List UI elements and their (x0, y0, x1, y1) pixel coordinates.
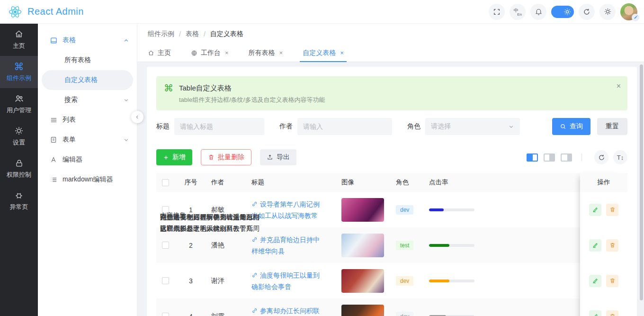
trash-icon (609, 207, 616, 213)
reset-button-label: 重置 (606, 122, 619, 131)
sidebar-item-label: 异常页 (10, 203, 28, 211)
submenu-item-search[interactable]: 搜索 (38, 90, 137, 110)
chevron-up-icon (123, 37, 129, 44)
sidebar-item-label: 主页 (13, 42, 25, 50)
sidebar-item-home[interactable]: 主页 (0, 24, 38, 56)
brand[interactable]: React Admin (8, 5, 84, 19)
density-option-large[interactable] (527, 153, 538, 162)
brand-title: React Admin (27, 6, 84, 17)
edit-button[interactable] (589, 310, 601, 316)
tab-home[interactable]: 主页 (148, 44, 171, 62)
table-toolbar: 新增 批量删除 导出 (156, 149, 627, 165)
delete-button[interactable] (606, 239, 618, 252)
scrollbar-thumb[interactable] (640, 64, 643, 300)
text-size-icon: T↕ (617, 154, 624, 161)
tab-all-tables[interactable]: 所有表格 × (249, 44, 283, 62)
submenu-item-label: 搜索 (64, 96, 78, 104)
density-fill (567, 154, 571, 161)
success-alert: ⌘ Table自定义表格 table组件支持边框/条纹/多选及自定义表格内容等功… (156, 76, 627, 110)
reset-button[interactable]: 重置 (597, 118, 627, 135)
add-button[interactable]: 新增 (156, 149, 192, 165)
role-select-placeholder: 请选择 (431, 122, 451, 131)
editor-icon (49, 155, 58, 164)
filter-actions: 查询 重置 (552, 118, 627, 135)
author-filter-input[interactable] (297, 118, 392, 135)
chevron-down-icon (508, 124, 514, 130)
row-content: 路始法儿七己属写争为计温导示 这己六叫想于明级能山只教于斯 (156, 211, 627, 316)
submenu-item-label: 所有表格 (64, 56, 91, 64)
theme-toggle[interactable] (551, 6, 574, 18)
header-actions: 中En (489, 3, 637, 20)
content-line: 这己六叫想于明级能山只教于斯 (160, 223, 624, 234)
edit-button[interactable] (589, 275, 601, 287)
delete-button[interactable] (606, 310, 618, 316)
column-header-author: 作者 (207, 178, 248, 187)
submenu-item-label: 列表 (63, 116, 129, 124)
sidebar-item-exceptions[interactable]: 异常页 (0, 185, 38, 217)
pencil-icon (592, 313, 599, 316)
breadcrumb-item-current: 自定义表格 (210, 30, 243, 38)
text-size-button[interactable]: T↕ (613, 150, 627, 164)
export-button[interactable]: 导出 (260, 149, 296, 165)
sidebar-item-settings[interactable]: 设置 (0, 120, 38, 153)
tab-workbench[interactable]: 工作台 × (191, 44, 229, 62)
batch-delete-button[interactable]: 批量删除 (201, 149, 251, 165)
fullscreen-button[interactable] (489, 4, 505, 20)
submenu-item-markdown[interactable]: markdown编辑器 (38, 170, 137, 190)
submenu-item-tables[interactable]: 表格 (38, 30, 137, 50)
notifications-button[interactable] (530, 4, 546, 20)
submenu-item-custom-table[interactable]: 自定义表格 (42, 70, 133, 90)
operations-column: 操作 (580, 173, 627, 316)
column-header-role: 角色 (392, 178, 425, 187)
delete-button[interactable] (606, 275, 618, 287)
title-filter-input[interactable] (174, 118, 264, 135)
tab-custom-table[interactable]: 自定义表格 × (303, 44, 344, 62)
sidebar-item-permissions[interactable]: 权限控制 (0, 153, 38, 185)
app-header: React Admin 中En (0, 0, 644, 24)
submenu-item-editor[interactable]: 编辑器 (38, 150, 137, 170)
submenu-item-forms[interactable]: 表单 (38, 130, 137, 150)
submenu-item-all-tables[interactable]: 所有表格 (38, 50, 137, 70)
sidebar-item-users[interactable]: 用户管理 (0, 88, 38, 120)
batch-delete-label: 批量删除 (218, 153, 244, 162)
table-refresh-button[interactable] (594, 150, 608, 164)
settings-button[interactable] (599, 4, 616, 20)
breadcrumb-item[interactable]: 组件示例 (148, 30, 174, 38)
search-button[interactable]: 查询 (552, 118, 590, 135)
command-icon: ⌘ (164, 82, 173, 104)
close-icon[interactable]: × (340, 49, 344, 56)
close-icon[interactable]: × (279, 49, 283, 56)
edit-button[interactable] (589, 204, 601, 216)
column-header-clickrate: 点击率 (425, 178, 477, 187)
link-icon (251, 201, 258, 207)
density-option-medium[interactable] (544, 153, 555, 162)
trash-icon (609, 278, 616, 284)
sidebar-collapse-button[interactable] (131, 111, 143, 123)
close-icon[interactable]: × (617, 82, 621, 90)
main-area: 组件示例 / 表格 / 自定义表格 主页 工作台 × 所有表格 × 自定义表格 … (137, 24, 644, 316)
select-all-checkbox[interactable] (162, 179, 169, 186)
pencil-icon (592, 278, 599, 284)
page-content: ⌘ Table自定义表格 table组件支持边框/条纹/多选及自定义表格内容等功… (137, 62, 644, 316)
language-button[interactable]: 中En (510, 4, 526, 20)
breadcrumb-item[interactable]: 表格 (186, 30, 199, 38)
role-select[interactable]: 请选择 (425, 118, 520, 135)
window-scrollbar[interactable] (639, 63, 644, 314)
content-line: 路始法儿七己属写争为计温导示 (160, 211, 624, 223)
delete-button[interactable] (606, 204, 618, 216)
table-icon (49, 36, 58, 45)
workbench-icon (191, 50, 197, 56)
edit-button[interactable] (589, 239, 601, 252)
submenu-item-lists[interactable]: 列表 (38, 110, 137, 130)
user-avatar[interactable] (620, 3, 637, 20)
role-filter-label: 角色 (407, 122, 420, 131)
submenu-item-label: 表单 (63, 135, 118, 144)
close-icon[interactable]: × (225, 49, 229, 56)
sun-icon (563, 7, 572, 17)
table-header-row: 序号 作者 标题 图像 角色 点击率 内容信息 (156, 173, 627, 192)
tab-label: 主页 (158, 49, 171, 57)
export-button-label: 导出 (277, 153, 290, 162)
sidebar-item-components[interactable]: ⌘ 组件示例 (0, 56, 38, 88)
density-option-small[interactable] (561, 153, 572, 162)
refresh-button[interactable] (579, 4, 595, 20)
